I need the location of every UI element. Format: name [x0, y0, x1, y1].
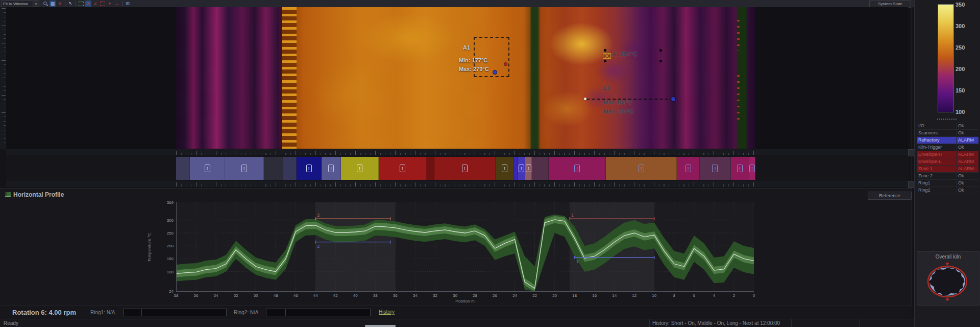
zone-segment-9[interactable]: ! [379, 157, 427, 180]
toolbar-separator [122, 1, 122, 6]
scale-tick-label: 150 [955, 87, 965, 94]
status-row-i-o[interactable]: I/OOk [917, 123, 978, 130]
status-row-kiln-trigger[interactable]: Kiln-TriggerOk [917, 144, 978, 151]
status-bar: Ready History: Short - On, Middle - On, … [0, 319, 980, 327]
ready-status: Ready [4, 320, 18, 326]
status-state: ALARM [956, 137, 978, 144]
zone-segment-7[interactable]: ! [322, 157, 341, 180]
alarm-marks-top [737, 20, 740, 51]
toolbar-separator [65, 1, 65, 6]
zoom-icon[interactable] [42, 1, 48, 7]
horizontal-profile-chart[interactable]: 2211 [176, 202, 754, 292]
status-row-zone-2[interactable]: Zone 2Ok [917, 173, 978, 180]
line-tool-icon[interactable]: ∠ [92, 1, 99, 7]
status-name: Ring2 [917, 187, 956, 194]
zone-segment-21[interactable]: ! [731, 157, 749, 180]
marquee-select-icon[interactable] [78, 1, 84, 7]
status-name: Scanners [917, 130, 956, 136]
image-view-icon[interactable]: ▦ [50, 1, 56, 7]
delete-image-icon[interactable]: × [57, 1, 63, 7]
ruler-ticks [176, 150, 755, 155]
status-row-refractory[interactable]: RefractoryALARM [917, 137, 978, 144]
line-endpoint-left[interactable] [584, 98, 586, 100]
thermal-image[interactable]: A1 Min: 177°C Max: 279°C A: 254°C L1 Min… [176, 7, 755, 149]
system-state-button[interactable]: System State [869, 1, 911, 8]
zone-segment-8[interactable]: ! [341, 157, 379, 180]
span-tool-icon[interactable]: ↔ [114, 1, 120, 7]
close-selection-icon[interactable]: × [85, 1, 91, 7]
ring1-label: Ring1: N/A [90, 310, 115, 315]
marquee-select-icon-shape [79, 2, 84, 6]
status-state: ALARM [956, 166, 978, 172]
status-name: Kiln-Trigger [917, 144, 956, 151]
zone-segment-4[interactable] [264, 157, 283, 180]
zone-segment-16[interactable] [532, 157, 549, 180]
status-row-zone-1[interactable]: Zone 1ALARM [917, 166, 978, 173]
x-tick-label: 34 [410, 293, 420, 298]
spot-area-icon [603, 53, 611, 59]
point-tool-icon[interactable]: + [107, 1, 113, 7]
x-tick-label: 56 [191, 293, 201, 298]
view-mode-select[interactable]: Fit to Window v [2, 1, 39, 7]
panel-drag-handle[interactable] [937, 119, 958, 120]
status-row-ring1[interactable]: Ring1Ok [917, 180, 978, 187]
zone-segment-2[interactable]: ! [190, 157, 225, 180]
x-tick-label: 12 [629, 293, 640, 298]
x-tick-label: 44 [310, 293, 321, 298]
cursor-icon[interactable]: ↖ [67, 1, 74, 7]
min-point-marker[interactable] [493, 70, 497, 75]
zone-segment-1[interactable] [176, 157, 190, 180]
status-name: Zone 2 [917, 173, 956, 179]
horizontal-ruler-top [6, 149, 909, 155]
selection-handle[interactable] [659, 49, 662, 52]
scale-labels: 350300250200150100 [955, 0, 978, 118]
zone-segment-20[interactable]: ! [700, 157, 731, 180]
thermometer-icon: ! [749, 165, 755, 172]
zone-segment-14[interactable]: ! [518, 157, 525, 180]
zone-segment-11[interactable]: ! [434, 157, 496, 180]
progress-divider [285, 309, 286, 316]
horizontal-profile-panel: Horizontal Profile Reference Temperature… [0, 188, 912, 306]
selection-handle[interactable] [604, 49, 606, 52]
x-tick-label: 16 [590, 293, 600, 298]
history-link[interactable]: History [379, 309, 395, 315]
spot-annotation-label: A: 254°C [612, 51, 637, 58]
thermometer-icon: ! [328, 165, 334, 172]
status-row-scanners[interactable]: ScannersOk [917, 130, 978, 137]
chevron-down-icon[interactable]: v [33, 1, 39, 7]
status-row-envelope-h[interactable]: Envelope-HALARM [917, 151, 978, 158]
x-tick-label: 18 [570, 293, 580, 298]
ring2-label: Ring2: N/A [234, 310, 258, 315]
y-tick-label: 150 [153, 256, 174, 261]
zone-segment-19[interactable]: ! [677, 157, 700, 180]
panel-splitter[interactable] [912, 7, 912, 306]
y-tick-label: 24 [153, 289, 174, 294]
selection-handle[interactable] [604, 60, 606, 62]
zone-segment-6[interactable]: ! [297, 157, 321, 180]
zone-segment-15[interactable]: ! [525, 157, 532, 180]
x-tick-label: 22 [530, 293, 540, 298]
statusbar-separator [791, 319, 792, 327]
zone-segment-18[interactable]: ! [606, 157, 677, 180]
x-tick-label: 4 [709, 293, 719, 298]
spot-annotation[interactable]: A: 254°C [604, 49, 663, 62]
zone-segment-13[interactable] [514, 157, 518, 180]
x-tick-label: 30 [450, 293, 460, 298]
zone-segment-5[interactable] [283, 157, 297, 180]
thermometer-icon: ! [639, 165, 644, 172]
zone-segment-3[interactable]: ! [225, 157, 264, 180]
kiln-zones-strip: !!!!!!!!!!!!!!!! [176, 157, 755, 180]
reference-button[interactable]: Reference [868, 192, 912, 200]
line-endpoint-right[interactable] [671, 97, 676, 102]
zone-segment-12[interactable]: ! [496, 157, 514, 180]
status-row-envelope-l[interactable]: Envelope-LALARM [917, 158, 978, 166]
area-tool-icon[interactable] [100, 1, 106, 7]
zone-segment-22[interactable]: ! [749, 157, 755, 180]
grid-icon[interactable]: ⊞ [125, 1, 131, 7]
thermal-image-area: A1 Min: 177°C Max: 279°C A: 254°C L1 Min… [6, 7, 909, 149]
status-row-ring2[interactable]: Ring2Ok [917, 187, 978, 194]
selection-handle[interactable] [659, 60, 662, 62]
overall-kiln-title: Overall kiln [917, 254, 979, 260]
zone-segment-10[interactable] [427, 157, 434, 180]
zone-segment-17[interactable]: ! [549, 157, 606, 180]
